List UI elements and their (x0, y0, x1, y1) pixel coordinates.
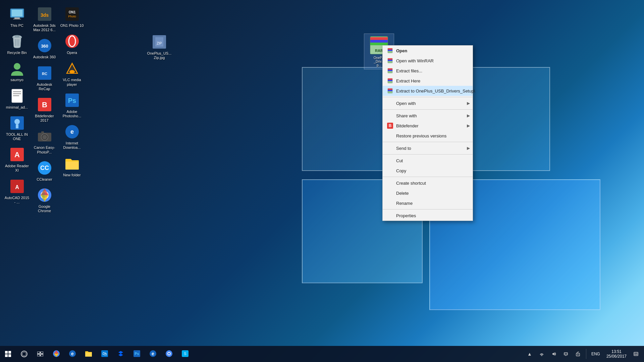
desktop-icon-recycle-bin[interactable]: Recycle Bin (3, 31, 31, 58)
desktop-icon-new-folder[interactable]: New folder (58, 153, 86, 180)
svg-rect-29 (41, 131, 44, 133)
svg-rect-72 (8, 351, 11, 354)
svg-point-28 (42, 135, 47, 139)
on1-photo-label: ON1 Photo 10 (60, 23, 84, 28)
autodesk-360-icon: 360 (37, 38, 53, 54)
ctx-share-with-label: Share with (396, 113, 467, 118)
taskbar-app-dropbox[interactable] (113, 346, 129, 362)
ctx-open[interactable]: Open (383, 46, 473, 56)
svg-rect-60 (388, 58, 392, 60)
ctx-extract-files[interactable]: Extract files... (383, 66, 473, 76)
desktop-icon-opera[interactable]: Opera (58, 31, 86, 58)
ctx-bitdefender-icon: B (387, 122, 393, 129)
google-chrome-icon (37, 187, 53, 203)
svg-rect-71 (5, 351, 8, 354)
ctx-restore-prev[interactable]: Restore previous versions (383, 131, 473, 141)
desktop-icon-canon[interactable]: Canon Easy-PhotoP... (30, 125, 59, 157)
desktop-icon-autocad[interactable]: A AutoCAD 2015 - ... (3, 176, 31, 207)
svg-text:e: e (71, 351, 74, 356)
adobe-photoshop-label: Adobe Photosho... (59, 110, 85, 118)
start-button[interactable] (0, 346, 16, 362)
canon-icon (37, 128, 53, 144)
tray-network[interactable] (536, 346, 547, 362)
tray-time-value: 13:51 (611, 349, 622, 354)
internet-download-icon: e (64, 124, 80, 140)
svg-rect-108 (634, 352, 638, 356)
ctx-share-with[interactable]: Share with ▶ (383, 111, 473, 121)
svg-rect-1 (12, 10, 22, 16)
tray-action-center[interactable] (631, 346, 641, 362)
desktop-icon-bitdefender[interactable]: B Bitdefender 2017 (30, 94, 59, 125)
desktop-icon-on1-photo[interactable]: ON1 Photo ON1 Photo 10 (58, 3, 86, 31)
desktop-icon-vlc[interactable]: VLC media player (58, 58, 86, 89)
tray-show-hidden[interactable]: ▲ (524, 346, 535, 362)
ctx-open-icon (387, 47, 393, 54)
ctx-delete-label: Delete (396, 191, 467, 196)
taskbar-app-explorer[interactable] (80, 346, 97, 362)
autodesk-360-label: Autodesk 360 (33, 55, 56, 59)
taskbar-app-photoshop[interactable]: Ps (129, 346, 145, 362)
desktop-icon-minimal-ad[interactable]: minimal_ad... (3, 85, 31, 112)
desktop-icon-adobe-photoshop[interactable]: Ps Adobe Photosho... (58, 89, 86, 121)
canon-label: Canon Easy-PhotoP... (32, 145, 57, 154)
desktop-icon-ccleaner[interactable]: CC CCleaner (30, 157, 59, 184)
desktop-icon-autodesk-recap[interactable]: RC Autodesk ReCap (30, 62, 59, 94)
tray-language[interactable]: ENG (589, 346, 602, 362)
autodesk-3ds-icon: 3ds (37, 6, 53, 22)
ctx-rename[interactable]: Rename (383, 198, 473, 208)
desktop-icon-autodesk-3ds[interactable]: 3ds Autodesk 3ds Max 2012 6... (30, 3, 59, 35)
ctx-sep-after-extract (383, 97, 473, 97)
svg-rect-51 (370, 37, 388, 40)
saumyo-icon (9, 60, 25, 76)
svg-rect-67 (388, 80, 392, 81)
svg-rect-111 (636, 354, 637, 355)
desktop-icon-autodesk-360[interactable]: 360 Autodesk 360 (30, 35, 59, 62)
taskbar-app-skype[interactable]: S (177, 346, 193, 362)
taskbar-app-store[interactable]: 🛍 (97, 346, 113, 362)
desktop-file-oneplus[interactable]: ZIP OnePlus_US...Zip.jpg (144, 32, 174, 62)
ctx-delete[interactable]: Delete (383, 188, 473, 198)
taskbar-app-ie[interactable]: e (64, 346, 80, 362)
ctx-properties[interactable]: Properties (383, 210, 473, 221)
svg-rect-35 (65, 7, 79, 21)
cortana-button[interactable] (16, 346, 32, 362)
svg-point-105 (567, 354, 567, 354)
ctx-restore-prev-label: Restore previous versions (396, 133, 467, 138)
desktop-icon-internet-download[interactable]: e Internet Downloa... (58, 121, 86, 153)
svg-text:RC: RC (42, 72, 47, 76)
ctx-extract-here[interactable]: Extract Here (383, 76, 473, 86)
svg-text:CC: CC (40, 165, 49, 171)
ctx-extract-here-icon (387, 77, 393, 84)
desktop-icon-google-chrome[interactable]: Google Chrome (30, 184, 59, 216)
svg-point-107 (577, 354, 578, 355)
ctx-send-to[interactable]: Send to ▶ (383, 143, 473, 153)
taskbar-app-chrome2[interactable] (161, 346, 177, 362)
desktop-icon-adobe-reader[interactable]: A Adobe Reader XI (3, 144, 31, 175)
svg-rect-77 (37, 352, 40, 354)
ctx-restore-prev-icon (387, 132, 393, 139)
tray-volume[interactable] (548, 346, 559, 362)
ctx-bitdefender[interactable]: B Bitdefender ▶ (383, 121, 473, 131)
ctx-extract-to[interactable]: Extract to OnePlus_USB_Drivers_Setup\ (383, 86, 473, 96)
adobe-photoshop-icon: Ps (64, 92, 80, 108)
ctx-open-winrar[interactable]: Open with WinRAR (383, 56, 473, 66)
svg-rect-3 (13, 19, 21, 19)
saumyo-label: saumyo (10, 78, 23, 82)
ctx-sep2 (383, 142, 473, 142)
desktop-icon-this-pc[interactable]: This PC (3, 3, 31, 31)
internet-download-label: Internet Downloa... (59, 141, 85, 150)
ctx-create-shortcut[interactable]: Create shortcut (383, 178, 473, 188)
tray-vpn[interactable] (573, 346, 583, 362)
ctx-copy-icon (387, 167, 393, 174)
tray-clock[interactable]: 13:51 25/06/2017 (604, 346, 629, 362)
taskbar-app-ie2[interactable]: e (145, 346, 161, 362)
ctx-bitdefender-label: Bitdefender (396, 123, 467, 128)
taskbar-app-chrome[interactable] (48, 346, 64, 362)
desktop-icon-saumyo[interactable]: saumyo (3, 58, 31, 85)
ctx-open-with[interactable]: Open with ▶ (383, 98, 473, 108)
ctx-cut[interactable]: Cut (383, 156, 473, 166)
ctx-copy[interactable]: Copy (383, 166, 473, 176)
desktop-icon-tool-all-in-one[interactable]: TOOL ALL IN ONE (3, 112, 31, 144)
task-view-button[interactable] (32, 346, 48, 362)
tray-network-wired[interactable] (560, 346, 571, 362)
